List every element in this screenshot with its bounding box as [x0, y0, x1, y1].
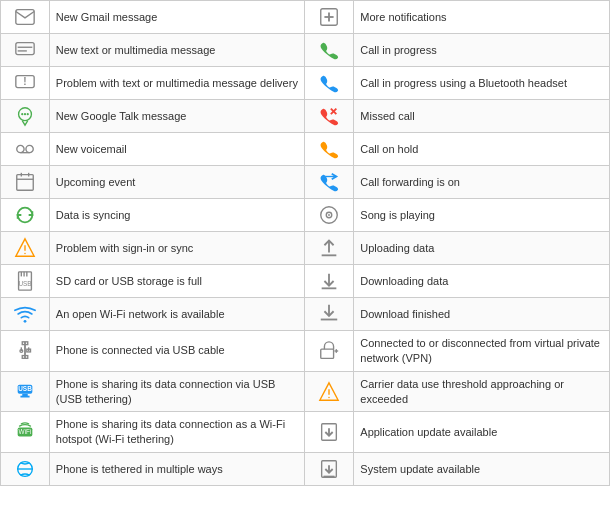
left-icon-cell [1, 100, 50, 133]
table-row: New Google Talk message Missed call [1, 100, 610, 133]
right-icon-cell [305, 412, 354, 453]
right-icon-cell [305, 100, 354, 133]
svg-point-27 [24, 253, 25, 254]
right-icon-cell [305, 166, 354, 199]
left-text-cell: Phone is sharing its data connection via… [49, 371, 305, 412]
table-row: Phone is connected via USB cable Connect… [1, 331, 610, 372]
right-icon-cell [305, 232, 354, 265]
right-icon-cell [305, 371, 354, 412]
table-row: ! Problem with text or multimedia messag… [1, 67, 610, 100]
left-text-cell: New text or multimedia message [49, 34, 305, 67]
right-icon-cell [305, 265, 354, 298]
right-text-cell: Missed call [354, 100, 610, 133]
left-icon-cell [1, 1, 50, 34]
svg-point-56 [329, 396, 330, 397]
left-text-cell: Phone is sharing its data connection as … [49, 412, 305, 453]
table-row: USB SD card or USB storage is full Downl… [1, 265, 610, 298]
left-icon-cell [1, 166, 50, 199]
right-icon-cell [305, 67, 354, 100]
left-icon-cell [1, 232, 50, 265]
right-text-cell: Connected to or disconnected from virtua… [354, 331, 610, 372]
table-row: An open Wi-Fi network is available Downl… [1, 298, 610, 331]
right-text-cell: Carrier data use threshold approaching o… [354, 371, 610, 412]
left-text-cell: Data is syncing [49, 199, 305, 232]
svg-rect-0 [16, 10, 34, 25]
svg-point-15 [17, 145, 24, 152]
right-icon-cell [305, 1, 354, 34]
table-row: New text or multimedia message Call in p… [1, 34, 610, 67]
svg-rect-18 [17, 175, 34, 191]
left-icon-cell: USB [1, 265, 50, 298]
table-row: Problem with sign-in or sync Uploading d… [1, 232, 610, 265]
right-icon-cell [305, 331, 354, 372]
notification-icons-table: New Gmail message More notifications New… [0, 0, 610, 486]
left-text-cell: SD card or USB storage is full [49, 265, 305, 298]
right-text-cell: Call in progress using a Bluetooth heads… [354, 67, 610, 100]
table-row: Data is syncing Song is playing [1, 199, 610, 232]
svg-point-16 [26, 145, 33, 152]
left-text-cell: Problem with sign-in or sync [49, 232, 305, 265]
left-text-cell: New voicemail [49, 133, 305, 166]
right-text-cell: Call forwarding is on [354, 166, 610, 199]
left-icon-cell [1, 298, 50, 331]
right-text-cell: Application update available [354, 412, 610, 453]
right-text-cell: Call in progress [354, 34, 610, 67]
table-row: USB Phone is sharing its data connection… [1, 371, 610, 412]
right-text-cell: Song is playing [354, 199, 610, 232]
table-row: New voicemail Call on hold [1, 133, 610, 166]
table-row: Upcoming event Call forwarding is on [1, 166, 610, 199]
left-text-cell: New Gmail message [49, 1, 305, 34]
svg-point-11 [24, 113, 26, 115]
left-icon-cell [1, 331, 50, 372]
svg-point-12 [27, 113, 29, 115]
left-icon-cell: ! [1, 67, 50, 100]
svg-point-24 [328, 214, 330, 216]
left-text-cell: Problem with text or multimedia message … [49, 67, 305, 100]
left-icon-cell [1, 34, 50, 67]
left-text-cell: New Google Talk message [49, 100, 305, 133]
right-text-cell: More notifications [354, 1, 610, 34]
left-icon-cell [1, 453, 50, 486]
left-text-cell: Phone is connected via USB cable [49, 331, 305, 372]
svg-point-10 [21, 113, 23, 115]
table-row: New Gmail message More notifications [1, 1, 610, 34]
right-icon-cell [305, 453, 354, 486]
left-text-cell: Phone is tethered in multiple ways [49, 453, 305, 486]
right-text-cell: Downloading data [354, 265, 610, 298]
right-icon-cell [305, 34, 354, 67]
svg-text:USB: USB [18, 280, 31, 287]
right-icon-cell [305, 298, 354, 331]
left-text-cell: An open Wi-Fi network is available [49, 298, 305, 331]
left-text-cell: Upcoming event [49, 166, 305, 199]
left-icon-cell [1, 199, 50, 232]
svg-point-37 [24, 320, 27, 323]
svg-rect-47 [321, 349, 334, 358]
svg-text:WiFi: WiFi [19, 428, 32, 435]
left-icon-cell [1, 133, 50, 166]
table-row: Phone is tethered in multiple ways Syste… [1, 453, 610, 486]
right-text-cell: Call on hold [354, 133, 610, 166]
right-icon-cell [305, 199, 354, 232]
right-text-cell: System update available [354, 453, 610, 486]
right-text-cell: Uploading data [354, 232, 610, 265]
svg-rect-4 [16, 43, 34, 55]
table-row: WiFi Phone is sharing its data connectio… [1, 412, 610, 453]
left-icon-cell: WiFi [1, 412, 50, 453]
left-icon-cell: USB [1, 371, 50, 412]
right-text-cell: Download finished [354, 298, 610, 331]
right-icon-cell [305, 133, 354, 166]
svg-text:!: ! [23, 76, 26, 87]
svg-text:USB: USB [18, 385, 32, 392]
